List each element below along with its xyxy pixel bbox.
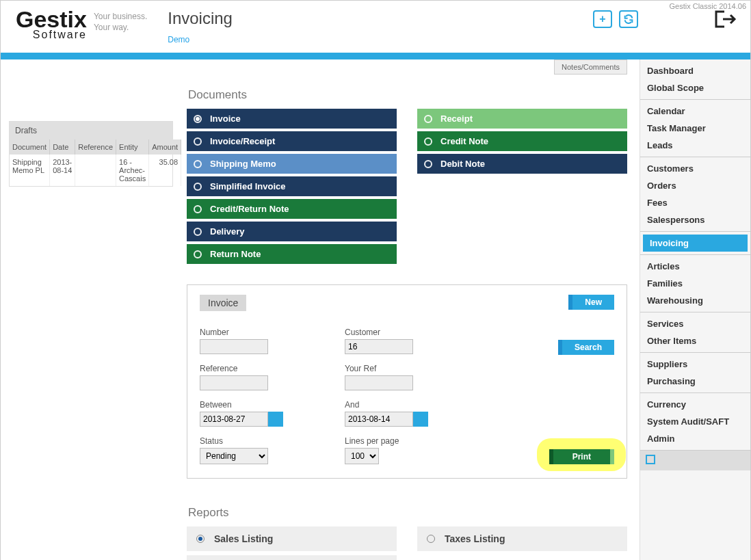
yourref-input[interactable] [345, 375, 413, 390]
radio-icon [194, 205, 202, 213]
divider-bar [1, 53, 750, 59]
col-reference: Reference [75, 139, 116, 155]
doc-type-label: Shipping Memo [210, 159, 276, 169]
filter-tag: Invoice [200, 295, 246, 311]
col-date: Date [50, 139, 75, 155]
reports-heading: Reports [188, 506, 627, 520]
between-input[interactable] [200, 412, 268, 427]
doc-type-label: Invoice/Receipt [210, 136, 275, 146]
menu-leads[interactable]: Leads [640, 137, 750, 154]
radio-icon [196, 535, 205, 543]
doc-type-label: Credit Note [440, 136, 488, 146]
menu-services[interactable]: Services [640, 315, 750, 332]
drafts-heading: Drafts [10, 122, 172, 139]
menu-suppliers[interactable]: Suppliers [640, 356, 750, 373]
menu-calendar[interactable]: Calendar [640, 103, 750, 120]
yourref-label: Your Ref [345, 364, 469, 373]
doc-type-label: Receipt [440, 114, 473, 124]
menu-purchasing[interactable]: Purchasing [640, 373, 750, 390]
and-label: And [345, 400, 469, 410]
doc-type-label: Delivery [210, 226, 245, 237]
radio-icon [194, 137, 202, 146]
menu-dashboard[interactable]: Dashboard [640, 62, 750, 79]
lpp-select[interactable]: 100 [345, 448, 379, 464]
radio-icon [194, 183, 202, 191]
search-button[interactable]: Search [558, 340, 614, 355]
doc-type-label: Return Note [210, 249, 261, 259]
doc-type-credit-return-note[interactable]: Credit/Return Note [187, 199, 397, 219]
report-label: Taxes Listing [445, 533, 505, 544]
demo-link[interactable]: Demo [168, 35, 189, 44]
doc-type-label: Debit Note [440, 159, 485, 169]
number-label: Number [200, 328, 324, 337]
menu-invoicing[interactable]: Invoicing [643, 235, 748, 252]
menu-articles[interactable]: Articles [640, 258, 750, 275]
refresh-icon[interactable] [619, 10, 638, 28]
doc-type-shipping-memo[interactable]: Shipping Memo [187, 154, 397, 174]
drafts-panel: Drafts Document Date Reference Entity Am… [9, 121, 173, 187]
reference-label: Reference [200, 364, 324, 373]
add-icon[interactable]: + [593, 10, 612, 28]
doc-type-delivery[interactable]: Delivery [187, 222, 397, 241]
menu-task-manager[interactable]: Task Manager [640, 120, 750, 137]
radio-icon [424, 160, 432, 168]
col-document: Document [10, 139, 50, 155]
filter-panel: Invoice New Number Reference Between Sta… [187, 284, 627, 479]
radio-icon [194, 160, 202, 168]
lpp-label: Lines per page [345, 436, 469, 446]
menu-currency[interactable]: Currency [640, 396, 750, 413]
menu-system-audit-saft[interactable]: System Audit/SAFT [640, 413, 750, 430]
customer-label: Customer [345, 328, 469, 337]
radio-icon [194, 115, 202, 123]
status-select[interactable]: Pending [200, 448, 268, 464]
menu-global-scope[interactable]: Global Scope [640, 79, 750, 96]
menu-fees[interactable]: Fees [640, 194, 750, 211]
doc-type-label: Invoice [210, 114, 241, 124]
menu-salespersons[interactable]: Salespersons [640, 211, 750, 228]
doc-type-return-note[interactable]: Return Note [187, 244, 397, 264]
doc-type-receipt[interactable]: Receipt [417, 109, 627, 129]
menu-other-items[interactable]: Other Items [640, 332, 750, 349]
notes-comments-button[interactable]: Notes/Comments [554, 59, 627, 75]
doc-type-debit-note[interactable]: Debit Note [417, 154, 627, 174]
calendar-icon[interactable] [413, 412, 428, 427]
status-label: Status [200, 436, 324, 446]
square-icon[interactable] [646, 455, 655, 464]
menu-families[interactable]: Families [640, 275, 750, 292]
radio-icon [424, 137, 432, 146]
col-entity: Entity [116, 139, 149, 155]
doc-type-credit-note[interactable]: Credit Note [417, 131, 627, 151]
doc-type-simplified-invoice[interactable]: Simplified Invoice [187, 176, 397, 196]
radio-icon [424, 115, 432, 123]
logo-main: Gestix [16, 9, 87, 30]
radio-icon [194, 228, 202, 236]
menu-warehousing[interactable]: Warehousing [640, 292, 750, 309]
menu-admin[interactable]: Admin [640, 430, 750, 447]
doc-type-label: Simplified Invoice [210, 181, 286, 191]
logo-tagline: Your business.Your way. [94, 12, 147, 33]
exit-icon[interactable] [713, 9, 737, 29]
reference-input[interactable] [200, 375, 268, 390]
calendar-icon[interactable] [268, 412, 283, 427]
radio-icon [427, 535, 435, 543]
report-taxes-listing[interactable]: Taxes Listing [417, 526, 627, 551]
menu-customers[interactable]: Customers [640, 160, 750, 177]
and-input[interactable] [345, 412, 413, 427]
menu-orders[interactable]: Orders [640, 177, 750, 194]
number-input[interactable] [200, 339, 268, 354]
report-sales-listing[interactable]: Sales Listing [187, 526, 397, 551]
table-row[interactable]: Shipping Memo PL 2013-08-14 16 - Archec-… [10, 155, 181, 186]
col-amount: Amount [149, 139, 181, 155]
new-button[interactable]: New [568, 295, 614, 310]
report-label: Sales Listing [214, 533, 273, 544]
logo: Gestix Software Your business.Your way. [16, 9, 147, 41]
radio-icon [194, 250, 202, 258]
customer-input[interactable] [345, 339, 413, 354]
page-title: Invoicing [168, 9, 233, 28]
doc-type-invoice[interactable]: Invoice [187, 109, 397, 129]
documents-heading: Documents [188, 88, 627, 102]
report-receipts-listing[interactable]: Receipts Listing [187, 555, 397, 560]
doc-type-invoice-receipt[interactable]: Invoice/Receipt [187, 131, 397, 151]
print-button[interactable]: Print [549, 449, 614, 464]
version-label: Gestix Classic 2014.06 [670, 2, 747, 10]
